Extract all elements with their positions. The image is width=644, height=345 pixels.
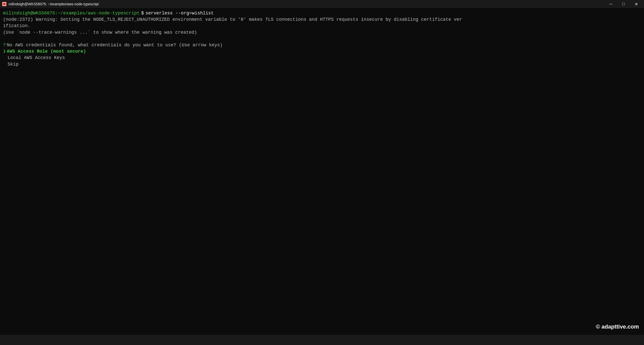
warning-line-2: ification. xyxy=(3,23,641,29)
title-bar-left: milindsigh@WKS56075: ~/examples/aws-node… xyxy=(2,2,99,6)
question-text: No AWS credentials found, what credentia… xyxy=(7,42,223,48)
terminal-window: milindsigh@WKS56075: ~/examples/aws-node… xyxy=(0,0,644,345)
window-controls: ─ □ ✕ xyxy=(605,0,642,8)
window-title: milindsigh@WKS56075: ~/examples/aws-node… xyxy=(9,2,99,6)
terminal-content[interactable]: milindsigh@WKS56075:~/examples/aws-node-… xyxy=(0,8,644,335)
option-3-line: Skip xyxy=(3,61,641,68)
prompt-user: milindsigh@WKS56075:~/examples/aws-node-… xyxy=(3,10,140,16)
selected-indicator-icon: ❯ xyxy=(3,48,6,55)
question-line: ? No AWS credentials found, what credent… xyxy=(3,42,641,48)
option-2-line: Local AWS Access Keys xyxy=(3,55,641,61)
selected-option-text: AWS Access Role (most secure) xyxy=(7,48,86,55)
prompt-line: milindsigh@WKS56075:~/examples/aws-node-… xyxy=(3,10,641,16)
close-button[interactable]: ✕ xyxy=(630,0,642,8)
terminal-icon xyxy=(2,2,7,6)
prompt-dollar: $ xyxy=(141,10,144,16)
watermark: © adapttive.com xyxy=(596,323,639,331)
selected-option-line: ❯ AWS Access Role (most secure) xyxy=(3,48,641,55)
minimize-button[interactable]: ─ xyxy=(605,0,617,8)
prompt-command: serverless --org=wishlist xyxy=(145,10,214,16)
taskbar xyxy=(0,335,644,345)
warning-line-3: (Use `node --trace-warnings ...` to show… xyxy=(3,29,641,36)
title-bar: milindsigh@WKS56075: ~/examples/aws-node… xyxy=(0,0,644,8)
question-mark-icon: ? xyxy=(3,42,6,48)
blank-line xyxy=(3,36,641,42)
warning-line-1: (node:2372) Warning: Setting the NODE_TL… xyxy=(3,16,641,23)
maximize-button[interactable]: □ xyxy=(618,0,629,8)
